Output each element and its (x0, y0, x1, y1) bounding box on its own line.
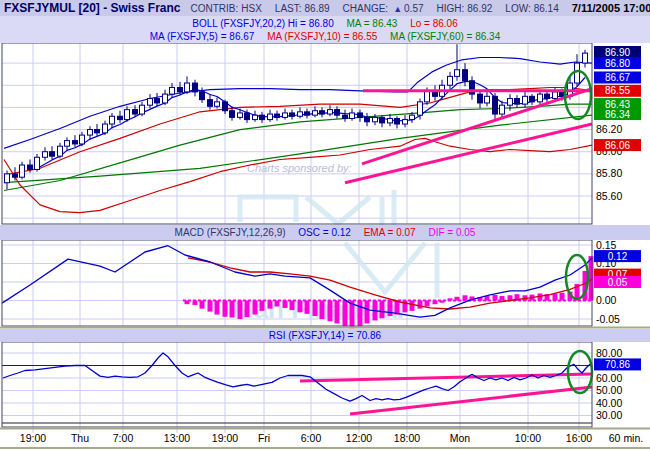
candle (245, 113, 250, 120)
svg-text:13:00: 13:00 (164, 432, 190, 444)
candle (395, 118, 400, 124)
svg-text:60.00: 60.00 (596, 372, 622, 384)
candle (148, 99, 153, 106)
candle (463, 70, 468, 81)
candle (170, 87, 175, 94)
boll-ma-legend: MA = 86.43 (347, 18, 398, 29)
candle (238, 113, 243, 117)
macd-bar (230, 301, 235, 318)
candle (538, 94, 543, 102)
svg-text:Charts sponsored by:: Charts sponsored by: (247, 162, 352, 174)
macd-bar (448, 298, 453, 300)
macd-bar (298, 301, 303, 313)
candle (448, 76, 453, 85)
macd-bar (260, 301, 265, 311)
svg-text:0.05: 0.05 (608, 277, 628, 288)
svg-text:86.55: 86.55 (605, 85, 630, 96)
macd-dif-legend: DIF = 0.05 (428, 227, 475, 238)
candle (403, 120, 408, 124)
macd-bar (275, 301, 280, 307)
candle (313, 111, 318, 115)
svg-text:18:00: 18:00 (394, 432, 420, 444)
time-axis: 19:00Thu7:0013:0019:00Fri6:0012:0018:00M… (20, 432, 643, 444)
datetime-label: 7/11/2005 17:00 (572, 2, 650, 14)
svg-text:Thu: Thu (71, 432, 89, 444)
main-trend-lines (345, 89, 592, 183)
title-bar: FXSFJYMUL [20] - Swiss Franc CONTRIB:HSX… (0, 0, 650, 16)
stat-change: CHANGE:▲0.57 (343, 3, 424, 14)
svg-text:85.80: 85.80 (596, 167, 622, 179)
svg-text:Mon: Mon (450, 432, 471, 444)
candle (58, 146, 63, 156)
svg-text:0.15: 0.15 (596, 239, 617, 251)
candle (5, 174, 10, 183)
svg-text:19:00: 19:00 (212, 432, 238, 444)
svg-text:60 min.: 60 min. (609, 432, 643, 444)
svg-text:16:00: 16:00 (566, 432, 592, 444)
candle (20, 165, 25, 177)
svg-text:50.00: 50.00 (596, 384, 622, 396)
candle (388, 118, 393, 122)
svg-text:70.86: 70.86 (605, 359, 630, 370)
rsi-legend: RSI (FXSFJY,14) = 70.86 (0, 329, 650, 342)
macd-name-legend: MACD (FXSFJY,12,26,9) (175, 227, 286, 238)
candle (193, 83, 198, 92)
candle (283, 113, 288, 117)
svg-text:80.00: 80.00 (596, 347, 622, 359)
stat-contrib: CONTRIB:HSX (191, 3, 262, 14)
candle (328, 110, 333, 114)
macd-bar (440, 301, 445, 303)
candle (515, 99, 520, 105)
macd-bar (208, 301, 213, 312)
svg-text:30.00: 30.00 (596, 409, 622, 421)
candle (320, 111, 325, 114)
macd-bar (335, 301, 340, 324)
svg-text:10:00: 10:00 (515, 432, 541, 444)
candle (418, 102, 423, 115)
candle (335, 110, 340, 116)
ma-legend: MA (FXSFJY,5) = 86.67 MA (FXSFJY,10) = 8… (0, 31, 650, 43)
svg-text:19:00: 19:00 (20, 432, 46, 444)
candle (103, 124, 108, 133)
candle (208, 100, 213, 107)
svg-text:86.67: 86.67 (605, 72, 630, 83)
candle (95, 130, 100, 133)
candle (140, 105, 145, 114)
stat-high: HIGH:86.92 (437, 3, 493, 14)
candle (65, 141, 70, 147)
stat-low: LOW:86.14 (505, 3, 558, 14)
candle (260, 115, 265, 119)
candle (110, 116, 115, 124)
macd-bar (223, 301, 228, 317)
macd-bar (245, 301, 250, 318)
macd-bar (238, 301, 243, 320)
macd-osc-legend: OSC = 0.12 (298, 227, 351, 238)
candle (530, 96, 535, 102)
macd-bar (410, 301, 415, 311)
macd-bar (500, 296, 505, 300)
candle (343, 115, 348, 118)
candle (268, 114, 273, 120)
candle (508, 99, 513, 106)
macd-bar (305, 301, 310, 314)
candle (425, 91, 430, 102)
macd-bar (358, 301, 363, 327)
candle (410, 115, 415, 119)
macd-bar (388, 301, 393, 317)
candle (298, 112, 303, 116)
candle (253, 115, 258, 119)
ma5-legend: MA (FXSFJY,5) = 86.67 (150, 31, 255, 42)
candle (73, 141, 78, 144)
candle (365, 117, 370, 121)
candle (215, 102, 220, 106)
candle (560, 92, 565, 96)
macd-bar (215, 301, 220, 315)
svg-text:86.06: 86.06 (605, 140, 630, 151)
bollinger-legend: BOLL (FXSFJY,20,2) Hi = 86.80 MA = 86.43… (0, 16, 650, 31)
svg-text:0.12: 0.12 (608, 251, 628, 262)
candle (583, 53, 588, 63)
macd-bar (418, 301, 423, 309)
candle (155, 99, 160, 103)
candle (43, 152, 48, 158)
macd-bar (268, 301, 273, 309)
